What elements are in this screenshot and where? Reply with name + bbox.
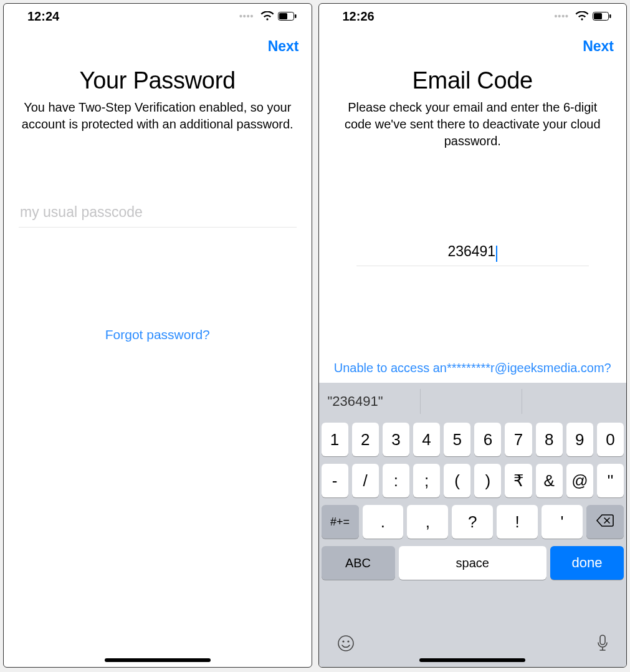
key-slash[interactable]: /: [352, 464, 379, 497]
key-question[interactable]: ?: [452, 505, 493, 539]
code-input-value: 236491: [447, 243, 495, 260]
battery-icon: [593, 12, 611, 21]
text-caret: [496, 246, 497, 262]
key-2[interactable]: 2: [352, 423, 379, 456]
password-input[interactable]: [19, 201, 297, 223]
svg-rect-5: [609, 14, 611, 18]
key-0[interactable]: 0: [597, 423, 624, 456]
forgot-password-link[interactable]: Forgot password?: [4, 327, 312, 342]
key-4[interactable]: 4: [413, 423, 440, 456]
svg-rect-4: [594, 13, 602, 19]
keyboard-row-2: - / : ; ( ) ₹ & @ '': [322, 464, 624, 497]
svg-rect-1: [279, 13, 287, 19]
key-1[interactable]: 1: [322, 423, 348, 456]
home-indicator[interactable]: [419, 658, 525, 662]
keyboard-suggestion[interactable]: "236491": [328, 393, 383, 410]
code-input-wrap[interactable]: 236491: [356, 243, 589, 266]
status-icons: ••••: [554, 11, 611, 21]
keyboard: "236491" 1 2 3 4 5 6 7 8 9 0 - / : ; (: [319, 383, 627, 667]
page-subtitle: Please check your email and enter the 6-…: [319, 94, 627, 150]
nav-bar: Next: [4, 29, 312, 64]
key-9[interactable]: 9: [566, 423, 593, 456]
status-time: 12:24: [19, 9, 59, 24]
key-backspace[interactable]: [586, 505, 624, 539]
nav-bar: Next: [319, 29, 627, 64]
next-button[interactable]: Next: [268, 38, 299, 55]
key-abc[interactable]: ABC: [322, 546, 395, 580]
svg-rect-9: [600, 635, 605, 645]
next-button[interactable]: Next: [583, 38, 614, 55]
svg-point-6: [338, 636, 353, 651]
battery-icon: [278, 12, 297, 21]
key-comma[interactable]: ,: [407, 505, 448, 539]
cellular-dots-icon: ••••: [554, 11, 569, 21]
page-subtitle: You have Two-Step Verification enabled, …: [4, 94, 312, 133]
home-indicator[interactable]: [105, 658, 211, 662]
key-paren-close[interactable]: ): [474, 464, 501, 497]
key-7[interactable]: 7: [505, 423, 532, 456]
key-space[interactable]: space: [399, 546, 547, 580]
key-period[interactable]: .: [363, 505, 404, 539]
cellular-dots-icon: ••••: [239, 11, 254, 21]
status-time: 12:26: [334, 9, 375, 24]
page-title: Your Password: [4, 67, 312, 94]
key-paren-open[interactable]: (: [444, 464, 470, 497]
key-doublequote[interactable]: '': [597, 464, 624, 497]
page-title: Email Code: [319, 67, 627, 94]
wifi-icon: [260, 11, 274, 21]
status-bar: 12:26 ••••: [319, 4, 627, 29]
key-6[interactable]: 6: [474, 423, 501, 456]
password-input-wrap: [19, 201, 297, 228]
keyboard-row-4: ABC space done: [319, 546, 627, 580]
mic-icon[interactable]: [596, 634, 609, 653]
svg-point-8: [347, 640, 349, 642]
phone-right: 12:26 •••• Next Email Code Please check …: [318, 3, 628, 668]
key-dash[interactable]: -: [322, 464, 348, 497]
key-done[interactable]: done: [550, 546, 624, 580]
key-3[interactable]: 3: [383, 423, 409, 456]
key-at[interactable]: @: [566, 464, 593, 497]
key-apostrophe[interactable]: ': [542, 505, 583, 539]
unable-access-link[interactable]: Unable to access an*********r@igeeksmedi…: [319, 361, 627, 375]
status-icons: ••••: [239, 11, 297, 21]
key-5[interactable]: 5: [444, 423, 470, 456]
emoji-icon[interactable]: [336, 634, 355, 653]
key-8[interactable]: 8: [536, 423, 563, 456]
key-symbols[interactable]: #+=: [322, 505, 359, 539]
status-bar: 12:24 ••••: [4, 4, 312, 29]
keyboard-suggestion-bar: "236491": [319, 383, 627, 420]
key-semicolon[interactable]: ;: [413, 464, 440, 497]
svg-rect-2: [295, 14, 297, 18]
key-colon[interactable]: :: [383, 464, 409, 497]
backspace-icon: [596, 514, 614, 530]
keyboard-row-3: #+= . , ? ! ': [322, 505, 624, 539]
key-ampersand[interactable]: &: [536, 464, 563, 497]
wifi-icon: [575, 11, 589, 21]
key-exclaim[interactable]: !: [497, 505, 538, 539]
key-rupee[interactable]: ₹: [505, 464, 532, 497]
keyboard-row-1: 1 2 3 4 5 6 7 8 9 0: [322, 423, 624, 456]
svg-point-7: [342, 640, 344, 642]
phone-left: 12:24 •••• Next Your Password You have T…: [3, 3, 312, 668]
